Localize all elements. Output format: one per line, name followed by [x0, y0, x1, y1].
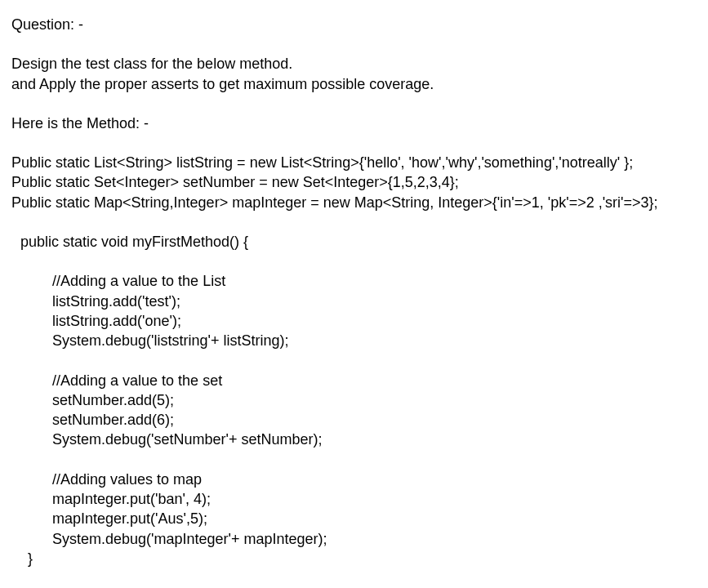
declaration-map: Public static Map<String,Integer> mapInt… — [11, 193, 697, 212]
code-map-put1: mapInteger.put('ban', 4); — [11, 489, 697, 509]
blank-line — [11, 34, 697, 54]
code-list-debug: System.debug('liststring'+ listString); — [11, 331, 697, 350]
intro-line-2: and Apply the proper asserts to get maxi… — [11, 74, 697, 94]
blank-line — [11, 212, 697, 232]
method-label: Here is the Method: - — [11, 114, 697, 133]
blank-line — [11, 450, 697, 470]
code-list-add1: listString.add('test'); — [11, 292, 697, 311]
blank-line — [11, 351, 697, 371]
intro-line-1: Design the test class for the below meth… — [11, 54, 697, 74]
question-label: Question: - — [11, 15, 697, 34]
close-brace: } — [11, 549, 697, 568]
comment-set: //Adding a value to the set — [11, 371, 697, 390]
blank-line — [11, 133, 697, 153]
code-list-add2: listString.add('one'); — [11, 311, 697, 331]
declaration-list: Public static List<String> listString = … — [11, 153, 697, 172]
code-set-debug: System.debug('setNumber'+ setNumber); — [11, 430, 697, 449]
code-set-add1: setNumber.add(5); — [11, 390, 697, 410]
comment-map: //Adding values to map — [11, 470, 697, 489]
comment-list: //Adding a value to the List — [11, 271, 697, 291]
code-map-debug: System.debug('mapInteger'+ mapInteger); — [11, 529, 697, 549]
code-set-add2: setNumber.add(6); — [11, 410, 697, 430]
declaration-set: Public static Set<Integer> setNumber = n… — [11, 172, 697, 192]
blank-line — [11, 94, 697, 114]
blank-line — [11, 252, 697, 271]
method-signature: public static void myFirstMethod() { — [11, 232, 697, 252]
code-map-put2: mapInteger.put('Aus',5); — [11, 509, 697, 528]
